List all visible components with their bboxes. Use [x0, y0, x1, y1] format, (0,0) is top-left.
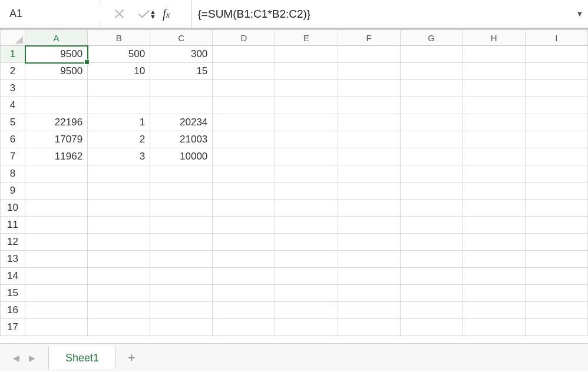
cell-D8[interactable] [213, 165, 275, 182]
cell-A4[interactable] [25, 97, 88, 114]
cell-H9[interactable] [463, 182, 525, 200]
cell-F5[interactable] [338, 114, 400, 131]
cell-F3[interactable] [338, 80, 400, 97]
cell-D2[interactable] [213, 63, 275, 80]
cell-G14[interactable] [400, 268, 463, 285]
cell-C7[interactable]: 10000 [150, 148, 213, 165]
cell-H16[interactable] [463, 302, 525, 319]
cell-B1[interactable]: 500 [88, 46, 150, 63]
row-header-5[interactable]: 5 [1, 114, 25, 131]
cell-E9[interactable] [275, 182, 338, 200]
cell-D1[interactable] [213, 46, 275, 63]
row-header-2[interactable]: 2 [1, 63, 25, 80]
cell-G10[interactable] [400, 200, 463, 217]
cell-H13[interactable] [463, 251, 525, 268]
cell-F12[interactable] [338, 234, 400, 251]
cell-H3[interactable] [463, 80, 525, 97]
cell-D15[interactable] [213, 285, 275, 302]
cell-G4[interactable] [400, 97, 463, 114]
row-header-6[interactable]: 6 [1, 131, 25, 148]
cell-E13[interactable] [275, 251, 338, 268]
cell-F15[interactable] [338, 285, 400, 302]
cell-A13[interactable] [25, 251, 88, 268]
cell-G16[interactable] [400, 302, 463, 319]
cell-E5[interactable] [275, 114, 338, 131]
cell-B2[interactable]: 10 [88, 63, 150, 80]
row-header-1[interactable]: 1 [1, 46, 25, 63]
cell-E1[interactable] [275, 46, 338, 63]
cell-F2[interactable] [338, 63, 400, 80]
cell-F7[interactable] [338, 148, 400, 165]
cell-C10[interactable] [150, 200, 213, 217]
column-header-G[interactable]: G [400, 30, 463, 46]
cell-I1[interactable] [525, 46, 587, 63]
cell-A7[interactable]: 11962 [25, 148, 88, 165]
cell-B4[interactable] [88, 97, 150, 114]
cell-E3[interactable] [275, 80, 338, 97]
column-header-I[interactable]: I [525, 30, 587, 46]
cell-E17[interactable] [275, 319, 338, 336]
cell-G3[interactable] [400, 80, 463, 97]
cell-E15[interactable] [275, 285, 338, 302]
cell-H4[interactable] [463, 97, 525, 114]
cell-C17[interactable] [150, 319, 213, 336]
cell-I12[interactable] [525, 234, 587, 251]
column-header-D[interactable]: D [213, 30, 275, 46]
cell-I15[interactable] [525, 285, 587, 302]
cell-D10[interactable] [213, 200, 275, 217]
cell-A3[interactable] [25, 80, 88, 97]
cell-A16[interactable] [25, 302, 88, 319]
cell-G6[interactable] [400, 131, 463, 148]
cell-C16[interactable] [150, 302, 213, 319]
cell-I6[interactable] [525, 131, 587, 148]
add-sheet-icon[interactable]: + [116, 350, 147, 366]
cell-G8[interactable] [400, 165, 463, 182]
cell-F13[interactable] [338, 251, 400, 268]
cell-E7[interactable] [275, 148, 338, 165]
cell-A8[interactable] [25, 165, 88, 182]
cell-H2[interactable] [463, 63, 525, 80]
cell-I14[interactable] [525, 268, 587, 285]
cell-H12[interactable] [463, 234, 525, 251]
column-header-E[interactable]: E [275, 30, 338, 46]
cell-H17[interactable] [463, 319, 525, 336]
fx-icon[interactable]: fx [163, 6, 179, 21]
cell-E14[interactable] [275, 268, 338, 285]
cell-C1[interactable]: 300 [150, 46, 213, 63]
cell-H6[interactable] [463, 131, 525, 148]
cell-H14[interactable] [463, 268, 525, 285]
cell-I4[interactable] [525, 97, 587, 114]
cell-F9[interactable] [338, 182, 400, 200]
cell-G7[interactable] [400, 148, 463, 165]
column-header-H[interactable]: H [463, 30, 525, 46]
column-header-B[interactable]: B [88, 30, 150, 46]
row-header-14[interactable]: 14 [1, 268, 25, 285]
cell-I11[interactable] [525, 217, 587, 234]
cell-B11[interactable] [88, 217, 150, 234]
row-header-3[interactable]: 3 [1, 80, 25, 97]
cell-I16[interactable] [525, 302, 587, 319]
row-header-10[interactable]: 10 [1, 200, 25, 217]
cell-D7[interactable] [213, 148, 275, 165]
cell-F14[interactable] [338, 268, 400, 285]
cell-H7[interactable] [463, 148, 525, 165]
sheet-tab[interactable]: Sheet1 [48, 346, 116, 369]
cell-H10[interactable] [463, 200, 525, 217]
cell-F8[interactable] [338, 165, 400, 182]
cell-I7[interactable] [525, 148, 587, 165]
cell-F4[interactable] [338, 97, 400, 114]
tab-next-icon[interactable]: ▶ [29, 353, 35, 363]
column-header-F[interactable]: F [338, 30, 400, 46]
cell-A9[interactable] [25, 182, 88, 200]
cell-F17[interactable] [338, 319, 400, 336]
cell-A5[interactable]: 22196 [25, 114, 88, 131]
cell-B9[interactable] [88, 182, 150, 200]
cell-C12[interactable] [150, 234, 213, 251]
cell-G15[interactable] [400, 285, 463, 302]
cell-E2[interactable] [275, 63, 338, 80]
cell-E12[interactable] [275, 234, 338, 251]
accept-icon[interactable] [138, 8, 150, 20]
cell-G1[interactable] [400, 46, 463, 63]
cell-D9[interactable] [213, 182, 275, 200]
cell-D11[interactable] [213, 217, 275, 234]
